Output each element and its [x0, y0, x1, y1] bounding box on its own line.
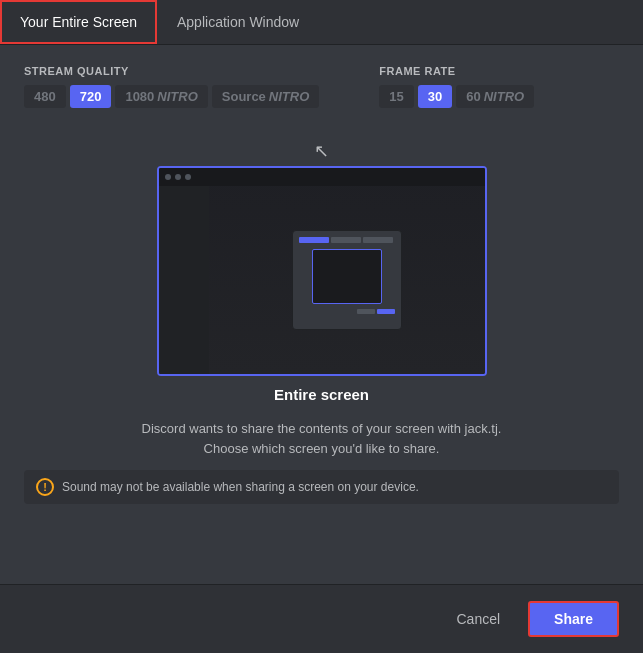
quality-1080-label: 1080: [125, 89, 154, 104]
mini-tab-2: [331, 237, 361, 243]
framerate-60-label: 60: [466, 89, 480, 104]
quality-1080-button[interactable]: 1080 NITRO: [115, 85, 207, 108]
mini-preview: [312, 249, 382, 304]
screen-titlebar: [159, 168, 485, 186]
preview-area: ↖: [24, 130, 619, 409]
tab-application-window[interactable]: Application Window: [157, 0, 319, 44]
quality-480-button[interactable]: 480: [24, 85, 66, 108]
framerate-15-button[interactable]: 15: [379, 85, 413, 108]
quality-720-button[interactable]: 720: [70, 85, 112, 108]
screen-sidebar: [159, 186, 209, 374]
mini-tab-3: [363, 237, 393, 243]
screen-inner: [159, 168, 485, 374]
frame-rate-label: FRAME RATE: [379, 65, 534, 77]
stream-quality-label: STREAM QUALITY: [24, 65, 319, 77]
mini-dialog-tabs: [299, 237, 395, 243]
tab-bar: Your Entire Screen Application Window: [0, 0, 643, 45]
framerate-60-button[interactable]: 60 NITRO: [456, 85, 534, 108]
screen-share-dialog: Your Entire Screen Application Window ST…: [0, 0, 643, 653]
cursor-area: ↖: [24, 130, 619, 166]
stream-quality-section: STREAM QUALITY 480 720 1080 NITRO Source…: [24, 65, 319, 108]
dialog-footer: Cancel Share: [0, 584, 643, 653]
stream-quality-buttons: 480 720 1080 NITRO Source NITRO: [24, 85, 319, 108]
mini-dialog: [292, 230, 402, 330]
quality-source-nitro-badge: NITRO: [269, 89, 309, 104]
screen-preview[interactable]: [157, 166, 487, 376]
screen-label: Entire screen: [274, 386, 369, 403]
framerate-60-nitro-badge: NITRO: [484, 89, 524, 104]
cancel-button[interactable]: Cancel: [440, 603, 516, 635]
screen-main: [209, 186, 485, 374]
info-text: Discord wants to share the contents of y…: [24, 419, 619, 458]
frame-rate-buttons: 15 30 60 NITRO: [379, 85, 534, 108]
warning-text: Sound may not be available when sharing …: [62, 480, 419, 494]
frame-rate-section: FRAME RATE 15 30 60 NITRO: [379, 65, 534, 108]
quality-source-label: Source: [222, 89, 266, 104]
framerate-30-button[interactable]: 30: [418, 85, 452, 108]
mini-cancel-btn: [357, 309, 375, 314]
mini-buttons: [299, 309, 395, 314]
quality-1080-nitro-badge: NITRO: [157, 89, 197, 104]
titlebar-dot-3: [185, 174, 191, 180]
screen-content-area: [159, 186, 485, 374]
quality-source-button[interactable]: Source NITRO: [212, 85, 320, 108]
mini-tab-1: [299, 237, 329, 243]
titlebar-dot-1: [165, 174, 171, 180]
share-button[interactable]: Share: [528, 601, 619, 637]
mini-share-btn: [377, 309, 395, 314]
dialog-body: STREAM QUALITY 480 720 1080 NITRO Source…: [0, 45, 643, 584]
warning-icon: !: [36, 478, 54, 496]
cursor-icon: ↖: [314, 140, 329, 162]
tab-entire-screen[interactable]: Your Entire Screen: [0, 0, 157, 44]
titlebar-dot-2: [175, 174, 181, 180]
quality-row: STREAM QUALITY 480 720 1080 NITRO Source…: [24, 65, 619, 108]
sound-warning: ! Sound may not be available when sharin…: [24, 470, 619, 504]
